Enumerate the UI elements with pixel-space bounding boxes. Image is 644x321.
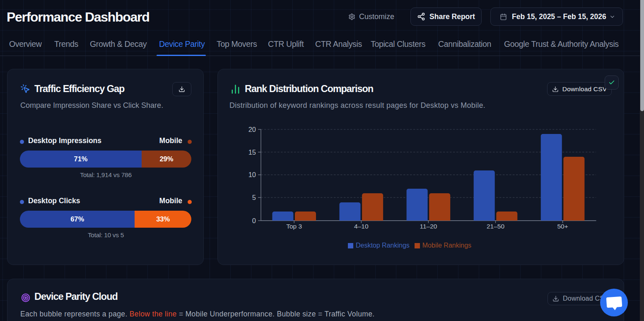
svg-text:Top 3: Top 3 bbox=[286, 223, 302, 230]
svg-text:20: 20 bbox=[248, 126, 256, 133]
svg-text:11–20: 11–20 bbox=[420, 223, 437, 230]
svg-text:15: 15 bbox=[248, 148, 256, 156]
svg-text:0: 0 bbox=[252, 217, 256, 224]
svg-text:50+: 50+ bbox=[557, 223, 568, 230]
svg-text:10: 10 bbox=[248, 171, 256, 178]
svg-text:5: 5 bbox=[252, 194, 256, 201]
svg-text:21–50: 21–50 bbox=[487, 223, 504, 230]
svg-text:4–10: 4–10 bbox=[354, 223, 369, 230]
